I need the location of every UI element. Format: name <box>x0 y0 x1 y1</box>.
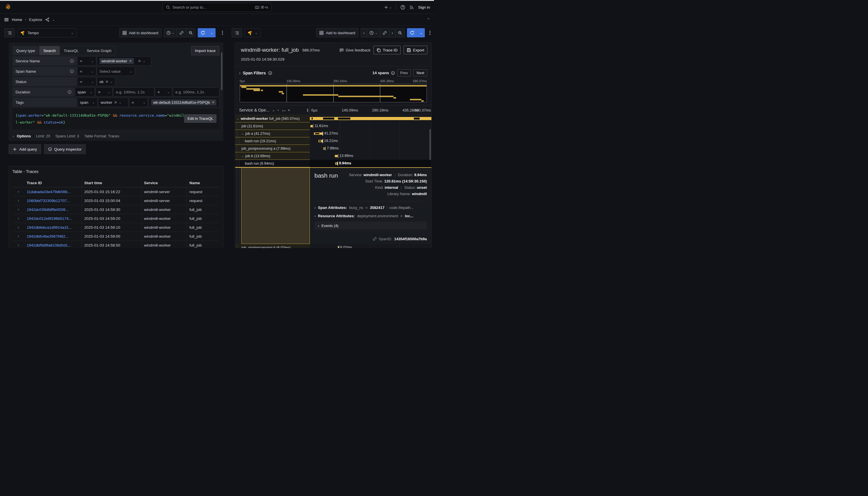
row-expander-icon[interactable]: › <box>12 223 25 232</box>
help-icon[interactable] <box>400 5 405 10</box>
chevron-down-icon[interactable]: ⌄ <box>242 154 244 157</box>
col-service[interactable]: Service <box>142 179 187 187</box>
row-expander-icon[interactable]: › <box>12 196 25 205</box>
span-name-cell[interactable]: job_postprocessing b (6.02ms) <box>235 244 310 248</box>
row-expander-icon[interactable]: › <box>12 232 25 241</box>
service-name-operator-select[interactable]: =⌄ <box>77 56 96 65</box>
span-duration-bar[interactable] <box>314 133 323 135</box>
trace-id-link[interactable]: 11dabada33e479db56b... <box>25 187 82 196</box>
col-trace-id[interactable]: Trace ID <box>25 179 82 187</box>
import-trace-button[interactable]: Import trace <box>191 46 219 55</box>
table-row[interactable]: ›1942dc012e8f196b5174...2025-01-03 14:59… <box>12 214 219 223</box>
options-row[interactable]: › Options Limit: 20 Spans Limit: 3 Table… <box>13 131 219 140</box>
span-name-cell[interactable]: job (11.61ms) <box>235 122 310 130</box>
outline-toggle-button[interactable] <box>4 28 15 37</box>
collapse-all-icon[interactable]: ⌄⌄ <box>281 108 285 112</box>
span-row[interactable]: job_postprocessing a (7.99ms)7.99ms <box>235 145 431 152</box>
refresh-button[interactable] <box>198 28 208 37</box>
span-name-cell[interactable]: ⌄job b (13.69ms) <box>235 152 310 160</box>
trace-id-link[interactable]: 1942dbfebca1d9914a31... <box>25 223 82 232</box>
query-row-menu-button[interactable] <box>218 28 227 37</box>
span-timeline-cell[interactable]: 19.21ms <box>310 137 431 145</box>
trace-id-link[interactable]: 1060bbf732309b12707... <box>25 196 82 205</box>
span-duration-bar[interactable] <box>310 125 313 127</box>
resource-attributes-row[interactable]: › Resource Attributes: deployment.enviro… <box>314 214 427 218</box>
tab-traceql[interactable]: TraceQL <box>60 46 83 55</box>
grafana-logo-icon[interactable] <box>4 3 12 11</box>
span-row[interactable]: bash run (9.94ms)9.94ms <box>235 160 431 167</box>
menu-hamburger-icon[interactable] <box>4 17 9 22</box>
tab-search[interactable]: Search <box>40 46 60 55</box>
minimap-canvas[interactable] <box>240 84 427 102</box>
panel-menu-button[interactable] <box>427 28 433 37</box>
span-name-operator-select[interactable]: =⌄ <box>77 67 96 76</box>
span-row[interactable]: bash run (19.21ms)19.21ms <box>235 137 431 145</box>
refresh-interval-button[interactable]: ⌄ <box>208 28 216 37</box>
span-name-cell[interactable]: ⌄windmill-worker full_job (580.37ms) <box>235 115 310 122</box>
trace-id-link[interactable]: 1942dc012e8f196b5174... <box>25 214 82 223</box>
span-duration-bar[interactable] <box>319 140 323 142</box>
link-icon[interactable] <box>372 237 377 241</box>
span-name-cell[interactable]: job_postprocessing a (7.99ms) <box>235 145 310 152</box>
news-rss-icon[interactable] <box>409 5 414 10</box>
table-row[interactable]: ›1942dc039dfdf9e0039...2025-01-03 14:59:… <box>12 205 219 214</box>
tag-value-chip[interactable]: wk-default-133114d6a91e-PSPQb✕ <box>151 99 216 106</box>
row-expander-icon[interactable]: › <box>12 187 25 196</box>
service-name-chip[interactable]: windmill-worker✕ <box>99 58 134 64</box>
expand-all-icon[interactable]: » <box>288 108 290 112</box>
query-inspector-button[interactable]: Query inspector <box>44 144 86 154</box>
query-card-scrollbar[interactable] <box>221 52 222 90</box>
table-row[interactable]: ›1060bbf732309b12707...2025-01-03 15:00:… <box>12 196 219 205</box>
span-detail-highlight[interactable] <box>241 168 310 244</box>
duration-lt-select[interactable]: <⌄ <box>155 87 172 96</box>
tag-scope-select[interactable]: span⌄ <box>77 98 97 107</box>
chevron-down-icon[interactable]: ⌄ <box>237 117 239 120</box>
tag-operator-select[interactable]: =⌄ <box>129 98 148 107</box>
add-query-button[interactable]: Add query <box>9 144 41 154</box>
span-timeline-cell[interactable]: 9.94ms <box>310 160 431 167</box>
chevron-down-icon[interactable]: ⌄ <box>272 108 275 112</box>
column-resize-handle[interactable]: ∥ <box>307 108 308 112</box>
tab-service-graph[interactable]: Service Graph <box>83 46 115 55</box>
remove-chip-icon[interactable]: ✕ <box>129 59 132 63</box>
status-operator-select[interactable]: =⌄ <box>77 77 96 86</box>
add-to-dashboard-button[interactable]: Add to dashboard <box>119 28 161 37</box>
chevron-down-icon[interactable]: ⌄ <box>52 18 55 21</box>
collapse-panel-button[interactable]: ⌃ <box>427 17 430 22</box>
zoom-out-button[interactable] <box>396 29 404 37</box>
span-duration-bar[interactable] <box>323 148 325 150</box>
table-row[interactable]: ›1942dbfc4be3567f462...2025-01-03 14:59:… <box>12 232 219 241</box>
span-duration-bar[interactable] <box>338 247 339 248</box>
edit-in-traceql-button[interactable]: Edit in TraceQL <box>184 114 216 123</box>
status-value-select[interactable]: ok✕⌄ <box>97 77 115 86</box>
zoom-out-button[interactable] <box>186 29 195 37</box>
duration-min-input[interactable]: e.g. 100ms, 1.2s <box>113 87 154 96</box>
time-range-button[interactable]: ⌄ <box>367 29 380 37</box>
time-range-button[interactable]: ⌄ <box>164 29 177 37</box>
trace-id-button[interactable]: Trace ID <box>373 46 401 54</box>
share-link-button[interactable] <box>380 29 389 37</box>
share-icon[interactable] <box>45 17 49 22</box>
span-row[interactable]: ⌄job b (13.69ms)13.69ms <box>235 152 431 160</box>
remove-chip-icon[interactable]: ✕ <box>105 79 108 84</box>
span-timeline-cell[interactable]: 41.27ms <box>310 130 431 137</box>
span-row[interactable]: ⌄windmill-worker full_job (580.37ms) <box>235 115 431 122</box>
outline-toggle-button[interactable] <box>232 28 242 37</box>
span-timeline-cell[interactable]: 13.69ms <box>310 152 431 160</box>
duration-gt-select[interactable]: >⌄ <box>95 87 113 96</box>
col-name[interactable]: Name <box>187 179 219 187</box>
sign-in-link[interactable]: Sign in <box>418 5 430 10</box>
time-shift-forward-button[interactable]: › <box>389 29 396 37</box>
remove-chip-icon[interactable]: ✕ <box>212 100 214 104</box>
row-expander-icon[interactable]: › <box>12 205 25 214</box>
span-row[interactable]: ⌄job a (41.27ms)41.27ms <box>235 130 431 137</box>
breadcrumb-home[interactable]: Home <box>12 17 22 22</box>
span-attributes-row[interactable]: › Span Attributes: busy_ns=3582417 code.… <box>314 205 427 210</box>
chevron-down-icon[interactable]: ⌄ <box>242 132 244 135</box>
span-name-value-select[interactable]: Select value⌄ <box>97 67 135 76</box>
span-duration-bar[interactable] <box>310 117 431 120</box>
table-row[interactable]: ›1942dbfebca1d9914a31...2025-01-03 14:59… <box>12 223 219 232</box>
remove-chip-icon[interactable]: ✕ <box>114 100 117 105</box>
service-operation-header[interactable]: Service & Ope... ⌄ › ⌄⌄ » ∥ <box>235 106 310 115</box>
span-timeline-cell[interactable]: 7.99ms <box>310 145 431 152</box>
